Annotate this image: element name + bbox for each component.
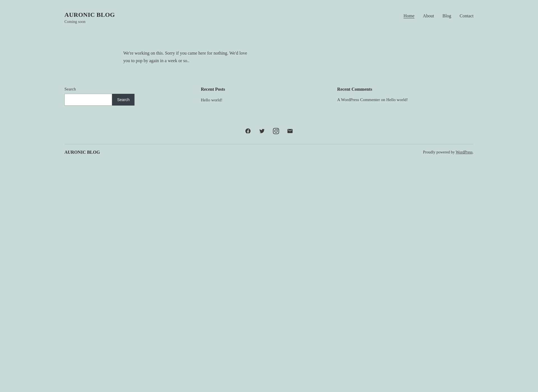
nav-item-blog[interactable]: Blog [442, 13, 451, 18]
comment-on-text: on [381, 97, 386, 102]
facebook-icon [245, 128, 251, 134]
search-form: Search [64, 94, 184, 106]
footer-site-title: AURONIC BLOG [64, 150, 100, 155]
footer-credit: Proudly powered by WordPress. [423, 150, 474, 155]
footer-credit-text: Proudly powered by [423, 150, 456, 154]
search-label: Search [64, 87, 184, 92]
list-item: Hello world! [201, 97, 321, 102]
site-tagline: Coming soon [64, 20, 115, 24]
recent-comments-widget: Recent Comments A WordPress Commenter on… [337, 87, 474, 106]
email-icon-link[interactable] [287, 128, 293, 136]
recent-posts-list: Hello world! [201, 97, 321, 102]
site-branding: AURONIC BLOG Coming soon [64, 11, 115, 24]
recent-comments-title: Recent Comments [337, 87, 457, 92]
nav-item-home[interactable]: Home [404, 13, 414, 18]
search-widget: Search Search [64, 87, 201, 106]
nav-item-about[interactable]: About [423, 13, 434, 18]
list-item: A WordPress Commenter on Hello world! [337, 97, 457, 102]
email-icon [287, 128, 293, 134]
comment-post-link[interactable]: Hello world! [386, 97, 408, 102]
recent-comments-list: A WordPress Commenter on Hello world! [337, 97, 457, 102]
main-content: We're working on this. Sorry if you came… [123, 49, 249, 64]
widgets-area: Search Search Recent Posts Hello world! … [0, 87, 538, 122]
wordpress-link[interactable]: WordPress [456, 150, 472, 154]
body-text: We're working on this. Sorry if you came… [123, 49, 249, 64]
footer-credit-suffix: . [473, 150, 474, 154]
instagram-icon [273, 128, 279, 134]
comment-author-link[interactable]: A WordPress Commenter [337, 97, 380, 102]
search-input[interactable] [64, 94, 112, 106]
facebook-icon-link[interactable] [245, 128, 251, 136]
recent-post-link[interactable]: Hello world! [201, 98, 222, 102]
main-nav: Home About Blog Contact [404, 11, 474, 18]
site-footer: AURONIC BLOG Proudly powered by WordPres… [64, 144, 474, 160]
twitter-icon-link[interactable] [259, 128, 265, 136]
twitter-icon [259, 128, 265, 134]
social-icons-bar [0, 122, 538, 144]
recent-posts-title: Recent Posts [201, 87, 321, 92]
nav-item-contact[interactable]: Contact [460, 13, 474, 18]
search-button[interactable]: Search [112, 94, 134, 106]
recent-posts-widget: Recent Posts Hello world! [201, 87, 337, 106]
site-title[interactable]: AURONIC BLOG [64, 11, 115, 18]
instagram-icon-link[interactable] [273, 128, 279, 136]
main-content-area: We're working on this. Sorry if you came… [0, 32, 538, 87]
site-header: AURONIC BLOG Coming soon Home About Blog… [0, 0, 538, 32]
